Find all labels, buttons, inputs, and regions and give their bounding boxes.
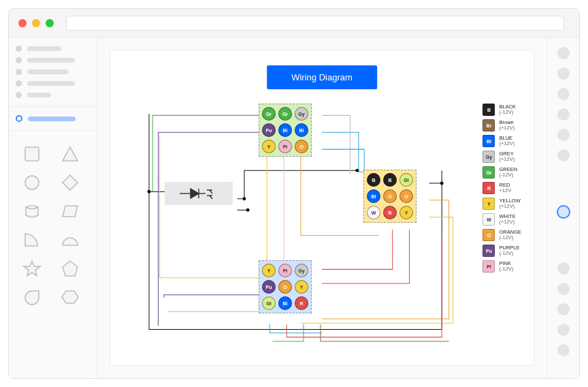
- legend-swatch: Br: [483, 119, 495, 131]
- pin-o[interactable]: O: [399, 189, 413, 203]
- shape-diamond-icon[interactable]: [58, 172, 82, 194]
- maximize-icon[interactable]: [46, 19, 54, 27]
- tool-button[interactable]: [557, 47, 570, 59]
- pin-o[interactable]: O: [278, 280, 292, 294]
- pin-r[interactable]: R: [295, 296, 308, 310]
- svg-point-14: [440, 181, 444, 185]
- window-controls[interactable]: [18, 19, 54, 27]
- shape-hexagon-icon[interactable]: [58, 286, 82, 308]
- pin-gl[interactable]: Gl: [262, 296, 276, 310]
- legend-row: GrGREEN(-12V): [483, 166, 521, 179]
- tool-button[interactable]: [557, 344, 570, 356]
- pin-gr[interactable]: Gr: [262, 107, 276, 121]
- pin-bl[interactable]: Bl: [278, 296, 292, 310]
- diagram-title: Wiring Diagram: [267, 65, 377, 89]
- sidebar-item[interactable]: [16, 80, 90, 87]
- legend-swatch: Gy: [483, 151, 495, 163]
- shape-quarter-icon[interactable]: [20, 229, 44, 251]
- pin-y[interactable]: Y: [399, 206, 413, 219]
- svg-point-12: [246, 208, 250, 212]
- sidebar-item[interactable]: [16, 69, 90, 75]
- connector-yellow[interactable]: BBGlBlOOWRY: [363, 170, 416, 223]
- connector-green[interactable]: GrGrGyPuBlBlYPiO: [259, 104, 312, 157]
- close-icon[interactable]: [18, 19, 27, 27]
- shape-pentagon-icon[interactable]: [58, 258, 82, 279]
- sidebar-item-active[interactable]: [16, 115, 90, 122]
- address-bar[interactable]: [66, 16, 564, 31]
- tool-button[interactable]: [557, 149, 570, 161]
- shape-half-icon[interactable]: [58, 229, 82, 251]
- pin-bl[interactable]: Bl: [367, 189, 380, 203]
- svg-point-11: [148, 190, 151, 194]
- pin-o[interactable]: O: [383, 189, 397, 203]
- tool-button[interactable]: [557, 283, 570, 295]
- sidebar-item[interactable]: [16, 57, 90, 63]
- pin-gy[interactable]: Gy: [295, 264, 308, 277]
- sidebar-item[interactable]: [16, 46, 90, 52]
- svg-rect-0: [25, 147, 39, 161]
- pin-gr[interactable]: Gr: [278, 107, 292, 121]
- tool-button[interactable]: [557, 88, 570, 100]
- legend-row: BBLACK(-12V): [483, 104, 521, 116]
- tool-button-active[interactable]: [557, 205, 570, 219]
- pin-pi[interactable]: Pi: [278, 264, 292, 277]
- sidebar-nav: [16, 46, 90, 98]
- shape-drop-icon[interactable]: [20, 286, 44, 308]
- shape-cylinder-icon[interactable]: [20, 200, 44, 222]
- legend-swatch: Pu: [483, 245, 495, 257]
- legend-label: RED+12V: [499, 183, 511, 194]
- legend-swatch: Pi: [483, 260, 495, 273]
- legend-label: YELLOW(+12V): [499, 198, 520, 210]
- pin-b[interactable]: B: [367, 173, 380, 187]
- legend-row: BlBLUE(+12V): [483, 135, 521, 147]
- pin-w[interactable]: W: [367, 206, 380, 219]
- shape-parallelogram-icon[interactable]: [58, 200, 82, 222]
- legend-row: WWHITE(+12V): [483, 213, 521, 226]
- pin-o[interactable]: O: [295, 140, 308, 153]
- pin-pu[interactable]: Pu: [262, 123, 276, 137]
- pin-bl[interactable]: Bl: [295, 123, 308, 137]
- titlebar: [9, 9, 579, 37]
- pin-y[interactable]: Y: [295, 280, 308, 294]
- shape-star-icon[interactable]: [20, 258, 44, 279]
- shape-triangle-icon[interactable]: [58, 143, 82, 165]
- legend-label: PURPLE(-12V): [499, 245, 519, 257]
- sidebar: [9, 37, 97, 378]
- app-body: Wiring Diagram GrGrGyPuBlBlYPiO BBGlBlOO…: [9, 37, 579, 378]
- svg-marker-6: [63, 261, 78, 276]
- tool-button[interactable]: [557, 303, 570, 315]
- pin-y[interactable]: Y: [262, 140, 276, 153]
- legend-swatch: Bl: [483, 135, 495, 147]
- sidebar-item[interactable]: [16, 92, 90, 98]
- pin-bl[interactable]: Bl: [278, 123, 292, 137]
- svg-point-13: [355, 169, 359, 172]
- pin-y[interactable]: Y: [262, 264, 276, 277]
- right-toolbar: [546, 37, 579, 378]
- tool-button[interactable]: [557, 324, 570, 336]
- pin-b[interactable]: B: [383, 173, 397, 187]
- app-window: Wiring Diagram GrGrGyPuBlBlYPiO BBGlBlOO…: [8, 8, 580, 379]
- pin-gl[interactable]: Gl: [399, 173, 413, 187]
- pin-pu[interactable]: Pu: [262, 280, 276, 294]
- diode-symbol[interactable]: [165, 182, 233, 205]
- shape-circle-icon[interactable]: [20, 172, 44, 194]
- legend-label: BLUE(+12V): [499, 136, 514, 147]
- pin-r[interactable]: R: [383, 206, 397, 219]
- legend-swatch: W: [483, 213, 495, 226]
- tool-button[interactable]: [557, 262, 570, 275]
- legend-swatch: Gr: [483, 166, 495, 179]
- legend-row: RRED+12V: [483, 182, 521, 194]
- diagram-canvas[interactable]: Wiring Diagram GrGrGyPuBlBlYPiO BBGlBlOO…: [110, 50, 534, 366]
- pin-gy[interactable]: Gy: [295, 107, 308, 121]
- tool-button[interactable]: [557, 129, 570, 141]
- tool-button[interactable]: [557, 108, 570, 121]
- connector-blue[interactable]: YPiGyPuOYGlBlR: [259, 260, 312, 313]
- legend-row: OORANGE(-12V): [483, 229, 521, 241]
- legend-swatch: B: [483, 104, 495, 116]
- minimize-icon[interactable]: [32, 19, 40, 27]
- tool-button[interactable]: [557, 67, 570, 80]
- legend-row: BrBrown(+12V): [483, 119, 521, 131]
- svg-marker-16: [191, 189, 199, 198]
- shape-square-icon[interactable]: [20, 143, 44, 165]
- pin-pi[interactable]: Pi: [278, 140, 292, 153]
